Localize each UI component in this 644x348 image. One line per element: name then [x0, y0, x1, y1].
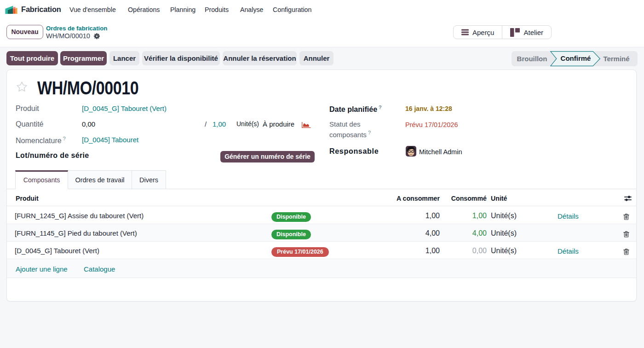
svg-text:Confirmé: Confirmé: [561, 54, 591, 62]
